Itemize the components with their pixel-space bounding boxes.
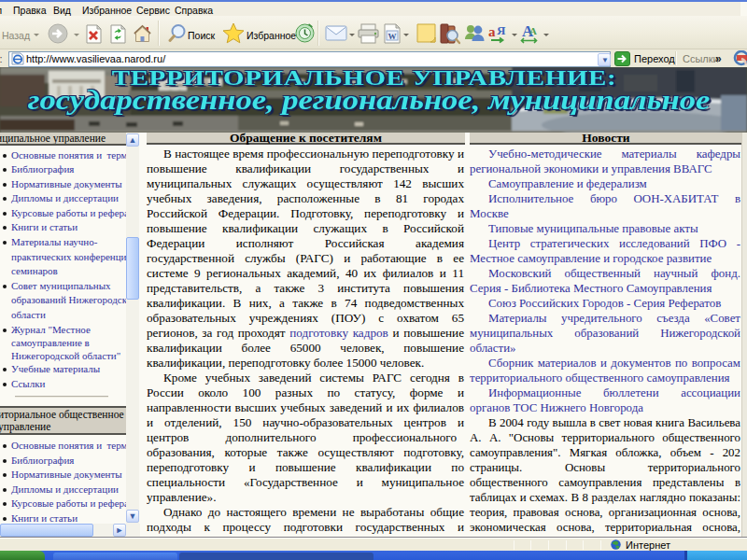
svg-text:а: а xyxy=(488,24,496,39)
svg-text:W: W xyxy=(388,32,397,41)
svg-text:A: A xyxy=(529,25,537,36)
svg-text:Я: Я xyxy=(497,23,506,37)
